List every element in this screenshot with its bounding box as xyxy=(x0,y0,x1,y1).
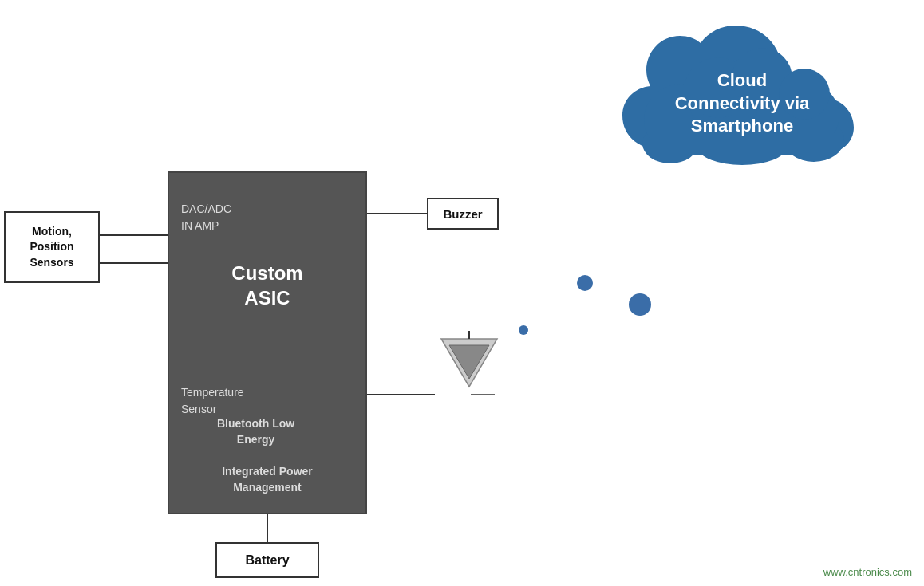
buzzer-box: Buzzer xyxy=(427,198,499,230)
sensors-line2: Position xyxy=(30,240,73,253)
cloud-line3: Smartphone xyxy=(691,116,793,136)
asic-label: Custom ASIC xyxy=(169,261,365,310)
temp-line1: Temperature xyxy=(181,386,244,399)
signal-dot-large xyxy=(629,293,651,316)
temp-label: Temperature Sensor xyxy=(181,384,244,418)
sensors-text: Motion, Position Sensors xyxy=(30,224,73,271)
cloud-line2: Connectivity via xyxy=(675,93,810,113)
power-line1: Integrated Power xyxy=(222,465,313,478)
watermark-text: www.cntronics.com xyxy=(823,566,912,578)
ble-line1: Bluetooth Low xyxy=(217,417,294,430)
antenna-icon xyxy=(437,331,501,395)
sensors-box: Motion, Position Sensors xyxy=(4,211,100,283)
asic-block: DAC/ADC IN AMP Custom ASIC Temperature S… xyxy=(168,171,367,514)
cloud-text: Cloud Connectivity via Smartphone xyxy=(662,69,822,138)
power-line2: Management xyxy=(233,481,302,494)
sensors-line3: Sensors xyxy=(30,256,73,269)
dac-line2: IN AMP xyxy=(181,219,219,232)
cloud-line1: Cloud xyxy=(717,70,767,90)
battery-box: Battery xyxy=(215,542,319,578)
signal-dot-medium xyxy=(577,275,593,291)
temp-line2: Sensor xyxy=(181,403,216,415)
asic-label-line1: Custom xyxy=(231,262,302,284)
buzzer-label: Buzzer xyxy=(443,207,482,221)
ble-line2: Energy xyxy=(237,433,274,446)
asic-label-line2: ASIC xyxy=(244,287,290,309)
ble-label: Bluetooth Low Energy xyxy=(217,416,294,447)
signal-dot-small xyxy=(519,325,528,335)
cloud-shape: Cloud Connectivity via Smartphone xyxy=(622,24,862,183)
sensors-line1: Motion, xyxy=(32,225,72,238)
dac-label: DAC/ADC IN AMP xyxy=(181,201,231,234)
battery-label: Battery xyxy=(245,553,289,568)
watermark: www.cntronics.com xyxy=(823,566,912,578)
power-label: Integrated Power Management xyxy=(169,464,365,495)
dac-line1: DAC/ADC xyxy=(181,203,231,215)
